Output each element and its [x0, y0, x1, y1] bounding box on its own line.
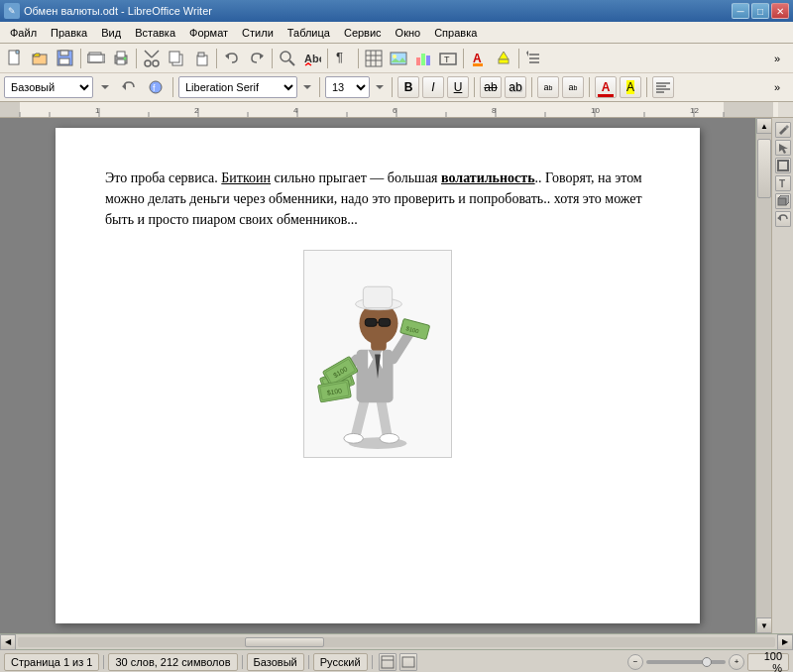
svg-marker-20: [225, 54, 229, 59]
style-options-btn[interactable]: [96, 75, 114, 99]
size-dropdown-btn[interactable]: [373, 75, 387, 99]
text-part2: сильно прыгает — большая: [271, 170, 441, 185]
h-scroll-track[interactable]: [18, 637, 775, 647]
menu-edit[interactable]: Правка: [45, 25, 93, 41]
menu-file[interactable]: Файл: [4, 25, 43, 41]
style-select[interactable]: Базовый: [4, 76, 93, 98]
open-button[interactable]: [29, 47, 53, 70]
minimize-button[interactable]: ─: [732, 3, 749, 19]
superscript-btn[interactable]: ab: [537, 76, 559, 98]
print-button[interactable]: [109, 47, 133, 70]
text-box-button[interactable]: T: [436, 47, 460, 70]
svg-rect-107: [365, 318, 377, 326]
style-sep-3: [392, 77, 393, 97]
close-button[interactable]: ✕: [771, 3, 789, 19]
redo-button[interactable]: [245, 47, 269, 70]
svg-rect-113: [778, 198, 786, 205]
svg-text:10: 10: [591, 106, 600, 115]
menu-help[interactable]: Справка: [428, 25, 483, 41]
svg-rect-34: [421, 54, 425, 65]
document-area[interactable]: Это проба сервиса. Биткоин сильно прыгае…: [0, 118, 755, 633]
insert-chart-button[interactable]: [411, 47, 435, 70]
style-func-btn[interactable]: f: [144, 75, 168, 99]
more-toolbar-button[interactable]: »: [765, 47, 789, 70]
svg-rect-116: [382, 656, 394, 668]
undo-button[interactable]: [220, 47, 244, 70]
highlight2-btn[interactable]: A: [620, 76, 641, 98]
scroll-thumb[interactable]: [757, 139, 771, 198]
svg-line-14: [145, 51, 152, 57]
page-info: Страница 1 из 1: [4, 653, 99, 671]
zoom-level[interactable]: 100 %: [747, 653, 789, 671]
scroll-up-btn[interactable]: ▲: [756, 118, 772, 134]
style-toolbar: Базовый f Liberation Serif 13 B I U ab: [0, 73, 793, 101]
save-button[interactable]: [54, 47, 77, 70]
svg-text:A: A: [473, 52, 482, 65]
toolbar-area: Abc ¶ T A » Базов: [0, 44, 793, 102]
svg-point-13: [153, 60, 159, 66]
zoom-slider[interactable]: [646, 660, 726, 664]
sidebar-cursor-btn[interactable]: [775, 140, 791, 156]
print-preview-button[interactable]: [84, 47, 108, 70]
find-button[interactable]: [276, 47, 299, 70]
sidebar-pencil-btn[interactable]: [775, 122, 791, 138]
svg-rect-111: [778, 161, 788, 170]
font-color2-btn[interactable]: A: [595, 76, 617, 98]
menu-format[interactable]: Формат: [183, 25, 234, 41]
align-left-btn[interactable]: [652, 76, 674, 98]
h-scroll-right-btn[interactable]: ▶: [777, 634, 793, 650]
strikethrough-btn[interactable]: ab: [480, 76, 502, 98]
doc-mode-btn2[interactable]: [399, 653, 417, 671]
menu-view[interactable]: Вид: [95, 25, 127, 41]
vertical-scrollbar[interactable]: ▲ ▼: [755, 118, 771, 633]
horizontal-scrollbar[interactable]: ◀ ▶: [0, 633, 793, 649]
svg-text:6: 6: [393, 106, 397, 115]
underline-btn[interactable]: U: [447, 76, 469, 98]
style-sep-1: [172, 77, 173, 97]
svg-rect-17: [170, 52, 179, 62]
cut-button[interactable]: [140, 47, 164, 70]
line-spacing-button[interactable]: [522, 47, 546, 70]
menu-window[interactable]: Окно: [390, 25, 427, 41]
sidebar-square-btn[interactable]: [775, 158, 791, 173]
bold-btn[interactable]: B: [397, 76, 419, 98]
menu-bar: Файл Правка Вид Вставка Формат Стили Таб…: [0, 22, 793, 44]
footnote-button[interactable]: ¶: [331, 47, 355, 70]
main-toolbar: Abc ¶ T A »: [0, 44, 793, 73]
scroll-down-btn[interactable]: ▼: [756, 617, 772, 633]
menu-styles[interactable]: Стили: [236, 25, 280, 41]
more-style-button[interactable]: »: [765, 75, 789, 99]
spellcheck-button[interactable]: Abc: [300, 47, 324, 70]
font-dropdown-btn[interactable]: [300, 75, 314, 99]
sidebar-rotate-btn[interactable]: [775, 211, 791, 227]
window-title: Обмен валюты.odt - LibreOffice Writer: [24, 5, 212, 17]
style-reload-btn[interactable]: [117, 75, 141, 99]
insert-image-button[interactable]: [387, 47, 410, 70]
new-button[interactable]: [4, 47, 28, 70]
insert-table-button[interactable]: [362, 47, 386, 70]
font-size-select[interactable]: 13: [325, 76, 370, 98]
zoom-thumb[interactable]: [702, 657, 712, 667]
svg-point-12: [145, 60, 151, 66]
menu-table[interactable]: Таблица: [282, 25, 336, 41]
font-family-select[interactable]: Liberation Serif: [178, 76, 297, 98]
maximize-button[interactable]: □: [751, 3, 769, 19]
menu-tools[interactable]: Сервис: [338, 25, 388, 41]
menu-insert[interactable]: Вставка: [129, 25, 181, 41]
sidebar-text-btn[interactable]: T: [775, 175, 791, 191]
zoom-in-btn[interactable]: +: [729, 654, 744, 670]
word-count: 30 слов, 212 символов: [108, 653, 237, 671]
copy-button[interactable]: [165, 47, 188, 70]
subscript-btn[interactable]: ab: [562, 76, 584, 98]
highlight-button[interactable]: [492, 47, 515, 70]
doc-mode-btn1[interactable]: [379, 653, 396, 671]
zoom-out-btn[interactable]: −: [627, 654, 643, 670]
font-color-button[interactable]: A: [467, 47, 491, 70]
shadow-btn[interactable]: ab: [505, 76, 526, 98]
paste-button[interactable]: [189, 47, 213, 70]
h-scroll-left-btn[interactable]: ◀: [0, 634, 16, 650]
h-scroll-thumb[interactable]: [245, 637, 324, 647]
sidebar-box-btn[interactable]: [775, 193, 791, 209]
italic-btn[interactable]: I: [422, 76, 444, 98]
scroll-track[interactable]: [756, 134, 771, 617]
